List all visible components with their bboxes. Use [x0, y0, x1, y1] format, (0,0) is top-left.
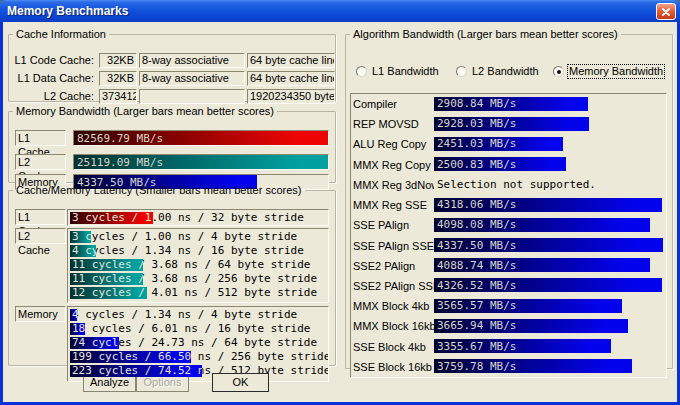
- latency-bar-text: 3 cycles / 1.00 ns / 4 byte stride: [70, 231, 91, 243]
- latency-group: Cache/Memory Latency (Smaller bars mean …: [8, 185, 336, 366]
- algo-row-label: Compiler: [353, 98, 434, 110]
- algo-bar: 2928.03 MB/s: [434, 117, 589, 131]
- latency-row: 12 cycles / 4.01 ns / 512 byte stride12 …: [70, 286, 328, 300]
- radio-circle-icon: [356, 66, 367, 77]
- bandwidth-row-l1-cache: L1 Cache82569.79 MB/s: [15, 130, 329, 146]
- algo-row-label: SSE PAlign: [353, 219, 434, 231]
- algo-bar: 4318.06 MB/s: [434, 198, 662, 212]
- algo-bar-value: 3759.78 MB/s: [434, 360, 516, 373]
- cache-associativity-cell: [139, 89, 245, 104]
- radio-memory-bandwidth[interactable]: Memory Bandwidth: [553, 64, 664, 78]
- latency-bar-text: 11 cycles / 3.68 ns / 64 byte stride: [70, 259, 143, 271]
- algo-row-label: SSE2 PAlign SSE: [353, 280, 434, 292]
- algo-row-sse2-palign: SSE2 PAlign4088.74 MB/s: [353, 258, 664, 274]
- algo-bar-track: 2451.03 MB/s: [434, 137, 663, 152]
- algo-bar-value: 3355.67 MB/s: [434, 340, 516, 353]
- algo-bar-track: 2928.03 MB/s: [434, 117, 663, 132]
- radio-l2-bandwidth[interactable]: L2 Bandwidth: [456, 64, 540, 78]
- cache-row-label: L1 Data Cache:: [13, 71, 97, 86]
- latency-row: 4 cycles / 1.34 ns / 16 byte stride4 cyc…: [70, 244, 328, 258]
- latency-bar-text: 74 cycles / 24.73 ns / 64 byte stride: [70, 337, 119, 349]
- bandwidth-bar: 82569.79 MB/s: [74, 131, 328, 145]
- algo-row-label: SSE PAlign SSE: [353, 240, 434, 252]
- algo-row-sse-palign: SSE PAlign4098.08 MB/s: [353, 217, 664, 233]
- algo-bar-track: 2908.84 MB/s: [434, 97, 663, 112]
- algo-row-mmx-reg-copy: MMX Reg Copy2500.83 MB/s: [353, 157, 664, 173]
- bandwidth-row-l2-cache: L2 Cache25119.09 MB/s: [15, 154, 329, 170]
- cache-size-cell: 32KB: [99, 53, 137, 68]
- latency-bar: 4 cycles / 1.34 ns / 16 byte stride: [70, 245, 96, 257]
- latency-group-label-memory: Memory: [15, 306, 66, 322]
- latency-row: 3 cycles / 1.00 ns / 32 byte stride3 cyc…: [70, 211, 328, 225]
- algo-bar-value: 2928.03 MB/s: [434, 117, 516, 130]
- algo-bar: 2908.84 MB/s: [434, 97, 588, 111]
- algo-bar-track: 4098.08 MB/s: [434, 218, 663, 233]
- latency-bar-text: 223 cycles / 74.52 ns / 512 byte stride: [70, 365, 202, 377]
- memory-bandwidth-group: Memory Bandwidth (Larger bars mean bette…: [8, 106, 336, 183]
- bandwidth-row-label: L2 Cache: [15, 154, 66, 170]
- latency-row-text: 18 cycles / 6.01 ns / 16 byte stride: [70, 322, 328, 336]
- radio-circle-icon: [456, 66, 467, 77]
- algo-bar-value: 3565.57 MB/s: [434, 299, 516, 312]
- latency-bar-text: 4 cycles / 1.34 ns / 4 byte stride: [70, 309, 77, 321]
- latency-bar: 74 cycles / 24.73 ns / 64 byte stride: [70, 337, 119, 349]
- latency-bar-text: 18 cycles / 6.01 ns / 16 byte stride: [70, 323, 85, 335]
- latency-row-text: 4 cycles / 1.34 ns / 4 byte stride: [70, 308, 328, 322]
- bandwidth-bar-track: 82569.79 MB/s: [73, 130, 329, 146]
- algo-row-message: Selection not supported.: [434, 178, 596, 191]
- algo-bar: 2451.03 MB/s: [434, 137, 563, 151]
- latency-row: 74 cycles / 24.73 ns / 64 byte stride74 …: [70, 336, 328, 350]
- latency-row: 199 cycles / 66.50 ns / 256 byte stride1…: [70, 350, 328, 364]
- dialog-body: Cache Information L1 Code Cache:32KB8-wa…: [0, 22, 680, 405]
- ok-button[interactable]: OK: [212, 373, 269, 392]
- algo-bar-track: 4318.06 MB/s: [434, 198, 663, 213]
- radio-label: L1 Bandwidth: [371, 65, 440, 78]
- close-button[interactable]: [656, 3, 676, 20]
- latency-bar: 223 cycles / 74.52 ns / 512 byte stride: [70, 365, 202, 377]
- algo-bar-value: 4337.50 MB/s: [434, 239, 516, 252]
- cache-size-cell: 32KB: [99, 71, 137, 86]
- bandwidth-radio-group: L1 BandwidthL2 BandwidthMemory Bandwidth: [346, 64, 672, 78]
- algo-row-compiler: Compiler2908.84 MB/s: [353, 96, 664, 112]
- algo-bar-track: 4088.74 MB/s: [434, 258, 663, 273]
- latency-bar: 11 cycles / 3.68 ns / 256 byte stride: [70, 273, 143, 285]
- cache-information-legend: Cache Information: [13, 29, 109, 40]
- bandwidth-bar-track: 25119.09 MB/s: [73, 154, 329, 170]
- latency-legend: Cache/Memory Latency (Smaller bars mean …: [13, 185, 305, 196]
- algo-bar-value: 4088.74 MB/s: [434, 259, 516, 272]
- radio-label: Memory Bandwidth: [568, 65, 664, 78]
- latency-box-l1-cache: 3 cycles / 1.00 ns / 32 byte stride3 cyc…: [67, 209, 329, 226]
- algo-bar: 4088.74 MB/s: [434, 258, 650, 272]
- titlebar[interactable]: Memory Benchmarks: [0, 0, 680, 22]
- algorithm-results-list: Compiler2908.84 MB/sREP MOVSD2928.03 MB/…: [350, 93, 667, 378]
- algo-row-label: MMX Reg 3dNow: [353, 179, 434, 191]
- algo-row-label: MMX Reg Copy: [353, 159, 434, 171]
- algo-row-mmx-block-4kb: MMX Block 4kb3565.57 MB/s: [353, 298, 664, 314]
- algo-bar-track: 4326.52 MB/s: [434, 278, 663, 293]
- bandwidth-bar: 25119.09 MB/s: [74, 155, 328, 169]
- latency-bar: 199 cycles / 66.50 ns / 256 byte stride: [70, 351, 191, 363]
- algo-bar-track: 4337.50 MB/s: [434, 238, 663, 253]
- latency-row: 11 cycles / 3.68 ns / 256 byte stride11 …: [70, 272, 328, 286]
- algo-bar: 3759.78 MB/s: [434, 359, 632, 373]
- algo-row-label: ALU Reg Copy: [353, 138, 434, 150]
- cache-associativity-cell: 8-way associative: [139, 53, 245, 68]
- radio-circle-icon: [553, 66, 564, 77]
- radio-l1-bandwidth[interactable]: L1 Bandwidth: [356, 64, 440, 78]
- cache-line-cell: 64 byte cache line: [247, 71, 335, 86]
- algo-row-rep-movsd: REP MOVSD2928.03 MB/s: [353, 116, 664, 132]
- algo-row-mmx-reg-3dnow: MMX Reg 3dNowSelection not supported.: [353, 177, 664, 193]
- algo-row-sse-block-4kb: SSE Block 4kb3355.67 MB/s: [353, 339, 664, 355]
- latency-bar-text: 3 cycles / 1.00 ns / 32 byte stride: [70, 212, 153, 224]
- algo-bar-track: 3565.57 MB/s: [434, 299, 663, 314]
- latency-bar: 4 cycles / 1.34 ns / 4 byte stride: [70, 309, 77, 321]
- algo-bar-track: 3665.94 MB/s: [434, 319, 663, 334]
- algo-bar: 3665.94 MB/s: [434, 319, 628, 333]
- bandwidth-bar-value: 25119.09 MB/s: [74, 156, 163, 169]
- algo-row-mmx-reg-sse: MMX Reg SSE4318.06 MB/s: [353, 197, 664, 213]
- algo-row-label: SSE2 PAlign: [353, 260, 434, 272]
- algo-bar: 2500.83 MB/s: [434, 157, 566, 171]
- latency-bar-text: 4 cycles / 1.34 ns / 16 byte stride: [70, 245, 96, 257]
- cache-info-table: L1 Code Cache:32KB8-way associative64 by…: [13, 53, 335, 104]
- cache-line-cell: 64 byte cache line: [247, 53, 335, 68]
